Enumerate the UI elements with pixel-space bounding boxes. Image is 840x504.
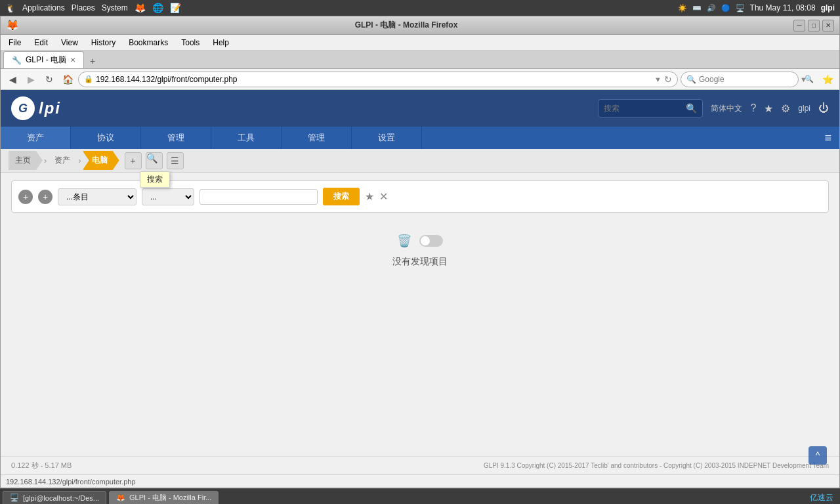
menu-tools[interactable]: Tools — [176, 37, 205, 49]
performance-stats: 0.122 秒 - 5.17 MB — [11, 461, 72, 471]
address-input[interactable] — [96, 75, 652, 84]
nav-item-tools[interactable]: 工具 — [211, 127, 282, 149]
search-button[interactable]: 🔍 搜索 — [146, 152, 163, 169]
scroll-top-button[interactable]: ^ — [808, 446, 827, 465]
home-button[interactable]: 🏠 — [60, 72, 75, 87]
breadcrumb-assets[interactable]: 资产 — [48, 152, 77, 169]
restore-button[interactable]: □ — [808, 20, 820, 32]
menu-bookmarks[interactable]: Bookmarks — [123, 37, 173, 49]
glpi-search-input[interactable] — [604, 104, 683, 113]
bookmark-button[interactable]: ⭐ — [820, 72, 835, 87]
glpi-username[interactable]: glpi — [798, 104, 810, 113]
os-places[interactable]: Places — [72, 3, 95, 12]
no-results-text: 没有发现项目 — [392, 256, 448, 268]
add-criteria-button-1[interactable]: + — [18, 190, 33, 204]
new-tab-button[interactable]: + — [85, 54, 100, 68]
terminal-label: [glpi@localhost:~/Des... — [23, 494, 99, 502]
audio-icon: 🔊 — [707, 4, 716, 12]
star-icon[interactable]: ★ — [764, 102, 773, 115]
menu-view[interactable]: View — [56, 37, 83, 49]
browser-titlebar: 🦊 GLPI - 电脑 - Mozilla Firefox ─ □ ✕ — [1, 16, 839, 35]
os-system[interactable]: System — [102, 3, 128, 12]
breadcrumb-arrow-2: › — [78, 156, 81, 165]
copyright-text: GLPI 9.1.3 Copyright (C) 2015-2017 Tecli… — [484, 462, 829, 469]
save-search-button[interactable]: ★ — [365, 190, 374, 203]
add-computer-button[interactable]: + — [125, 152, 142, 169]
delete-button[interactable]: 🗑️ — [397, 234, 411, 248]
glpi-nav: 资产 协议 管理 工具 管理 设置 ≡ — [1, 127, 839, 149]
os-logo[interactable]: 🐧 — [5, 3, 16, 13]
reload-button[interactable]: ↻ — [41, 72, 57, 87]
refresh-icon[interactable]: ↻ — [664, 74, 672, 85]
back-button[interactable]: ◀ — [5, 72, 20, 87]
search-row: + + ...条目 ... 搜索 ★ ✕ — [18, 188, 822, 205]
taskbar-terminal[interactable]: 🖥️ [glpi@localhost:~/Des... — [3, 491, 106, 505]
browser-tab-active[interactable]: 🔧 GLPI - 电脑 ✕ — [3, 51, 84, 68]
settings-icon[interactable]: ⚙ — [781, 102, 790, 115]
forward-button[interactable]: ▶ — [23, 72, 39, 87]
tab-favicon: 🔧 — [12, 56, 22, 65]
clear-search-button[interactable]: ✕ — [379, 190, 388, 203]
search-tooltip: 搜索 — [140, 171, 170, 188]
lock-icon: 🔒 — [84, 75, 93, 83]
tab-close-button[interactable]: ✕ — [70, 56, 75, 64]
nav-item-management[interactable]: 管理 — [141, 127, 211, 149]
menu-bar: File Edit View History Bookmarks Tools H… — [1, 35, 839, 51]
search-panel: + + ...条目 ... 搜索 ★ ✕ — [11, 180, 829, 213]
menu-file[interactable]: File — [3, 37, 26, 49]
search-submit-button[interactable]: 搜索 — [323, 188, 360, 205]
bluetooth-icon: 🔵 — [721, 4, 730, 12]
search-criteria-select[interactable]: ...条目 — [58, 188, 136, 205]
glpi-header: G lpi 🔍 简体中文 ? ★ ⚙ glpi ⏻ — [1, 90, 839, 127]
glpi-header-right: 🔍 简体中文 ? ★ ⚙ glpi ⏻ — [598, 99, 829, 117]
terminal-icon: 🖥️ — [10, 494, 19, 502]
os-taskbar-left: 🐧 Applications Places System 🦊 🌐 📝 — [5, 3, 181, 13]
power-icon[interactable]: ⏻ — [818, 102, 829, 114]
browser-search-wrap: 🔍 ▼ — [681, 72, 799, 87]
firefox-taskbar-icon: 🦊 — [116, 494, 125, 502]
browser-title: GLPI - 电脑 - Mozilla Firefox — [19, 20, 793, 31]
glpi-search-icon[interactable]: 🔍 — [686, 103, 697, 114]
search-engine-icon: 🔍 — [686, 75, 696, 84]
minimize-button[interactable]: ─ — [793, 20, 805, 32]
os-taskbar-right: ☀️ ⌨️ 🔊 🔵 🖥️ Thu May 11, 08:08 glpi — [678, 3, 835, 12]
nav-item-settings[interactable]: 设置 — [352, 127, 422, 149]
glpi-content: + + ...条目 ... 搜索 ★ ✕ 🗑️ — [1, 173, 839, 456]
nav-more-button[interactable]: ≡ — [816, 127, 839, 149]
brightness-icon: ☀️ — [678, 4, 687, 12]
os-applications[interactable]: Applications — [22, 3, 65, 12]
search-value-input[interactable] — [200, 189, 318, 205]
zoom-button[interactable]: 🔍 — [801, 72, 817, 87]
glpi-search-box: 🔍 — [598, 99, 703, 117]
firefox-taskbar-label: GLPI - 电脑 - Mozilla Fir... — [129, 493, 211, 503]
menu-edit[interactable]: Edit — [29, 37, 53, 49]
breadcrumb-computers[interactable]: 电脑 — [83, 151, 119, 170]
list-view-button[interactable]: ☰ — [167, 152, 184, 169]
os-taskbar-top: 🐧 Applications Places System 🦊 🌐 📝 ☀️ ⌨️… — [0, 0, 840, 16]
glpi-logo: G lpi — [11, 96, 61, 120]
firefox-icon: 🦊 — [135, 3, 146, 13]
glpi-language[interactable]: 简体中文 — [711, 103, 742, 114]
menu-help[interactable]: Help — [207, 37, 234, 49]
taskbar-right-area: 亿速云 — [806, 492, 837, 503]
help-icon[interactable]: ? — [750, 102, 756, 114]
menu-history[interactable]: History — [86, 37, 121, 49]
search-op-select[interactable]: ... — [142, 188, 194, 205]
firefox-logo: 🦊 — [6, 19, 19, 32]
window-controls: ─ □ ✕ — [793, 20, 834, 32]
browser-status-bar: 192.168.144.132/glpi/front/computer.php — [1, 474, 839, 488]
nav-item-agreement[interactable]: 协议 — [71, 127, 141, 149]
display-icon: 🖥️ — [736, 4, 745, 12]
close-button[interactable]: ✕ — [822, 20, 834, 32]
toggle-switch[interactable] — [419, 235, 443, 247]
breadcrumb-actions: + 🔍 搜索 ☰ — [125, 152, 184, 169]
add-criteria-button-2[interactable]: + — [38, 190, 52, 204]
breadcrumb-home[interactable]: 主页 — [9, 151, 43, 170]
taskbar-firefox[interactable]: 🦊 GLPI - 电脑 - Mozilla Fir... — [109, 491, 219, 505]
nav-item-admin[interactable]: 管理 — [282, 127, 352, 149]
nav-item-assets[interactable]: 资产 — [1, 127, 71, 149]
os-username: glpi — [821, 3, 835, 12]
browser-search-input[interactable] — [699, 75, 797, 84]
tab-bar: 🔧 GLPI - 电脑 ✕ + — [1, 51, 839, 69]
results-actions: 🗑️ — [397, 234, 443, 248]
